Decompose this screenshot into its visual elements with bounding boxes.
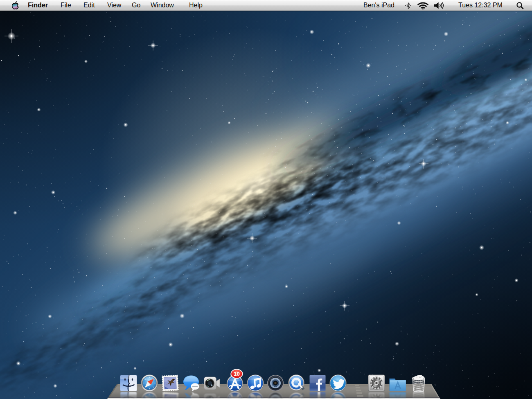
- svg-text:10: 10: [234, 371, 240, 377]
